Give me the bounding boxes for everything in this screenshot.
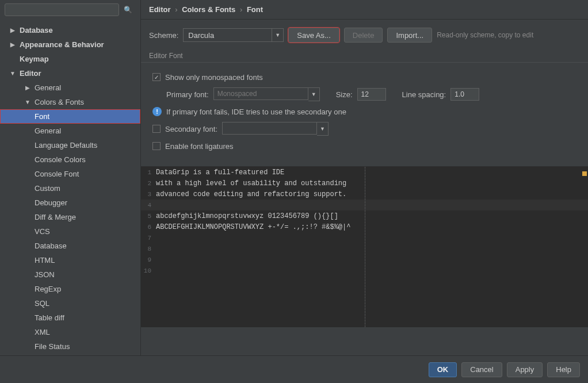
code-line: advanced code editing and refactoring su… [156, 190, 346, 198]
primary-font-value: Monospaced [217, 90, 257, 98]
delete-button[interactable]: Delete [344, 28, 383, 43]
gutter-line: 8 [141, 246, 156, 252]
cancel-button[interactable]: Cancel [461, 362, 502, 377]
nav-label: SQL [35, 299, 49, 308]
apply-button[interactable]: Apply [507, 362, 543, 377]
info-icon: ! [152, 107, 162, 116]
editor-preview-right [365, 167, 588, 327]
settings-sidebar: 🔍 ▶Database ▶Appearance & Behavior Keyma… [0, 0, 141, 355]
secondary-font-label: Secondary font: [165, 125, 217, 133]
nav-html[interactable]: HTML [0, 253, 140, 267]
nav-label: XML [35, 328, 50, 336]
nav-sql[interactable]: SQL [0, 296, 140, 311]
nav-label: Appearance & Behavior [20, 40, 104, 49]
nav-custom[interactable]: Custom [0, 181, 140, 196]
size-input[interactable] [357, 88, 386, 101]
nav-label: JSON [35, 270, 55, 279]
chevron-down-icon: ▼ [8, 70, 17, 76]
nav-colors-fonts[interactable]: ▼Colors & Fonts [0, 95, 140, 109]
line-spacing-input[interactable] [450, 88, 479, 101]
nav-diff-merge[interactable]: Diff & Merge [0, 210, 140, 224]
dialog-footer: OK Cancel Apply Help [0, 355, 588, 383]
scheme-hint: Read-only scheme, copy to edit [437, 31, 533, 39]
chevron-right-icon: ▶ [8, 41, 17, 48]
save-as-button[interactable]: Save As... [288, 28, 339, 43]
ok-button[interactable]: OK [429, 362, 457, 377]
chevron-down-icon[interactable]: ▼ [308, 87, 320, 101]
secondary-font-select[interactable] [222, 122, 317, 135]
nav-label: General [35, 127, 61, 135]
help-button[interactable]: Help [547, 362, 580, 377]
scheme-select[interactable]: Darcula [183, 28, 272, 42]
nav-label: Editor [20, 69, 41, 78]
nav-keymap[interactable]: Keymap [0, 52, 140, 66]
nav-regexp[interactable]: RegExp [0, 282, 140, 296]
info-text: If primary font fails, IDE tries to use … [166, 108, 346, 116]
nav-label: Debugger [35, 198, 67, 207]
nav-console-colors[interactable]: Console Colors [0, 152, 140, 167]
chevron-down-icon: ▼ [23, 99, 32, 105]
gutter-line: 4 [141, 202, 156, 209]
nav-table-diff[interactable]: Table diff [0, 311, 140, 325]
gutter-line: 10 [141, 267, 156, 274]
nav-label: General [35, 83, 61, 92]
nav-label: Database [20, 26, 53, 35]
nav-file-status[interactable]: File Status [0, 339, 140, 354]
line-spacing-label: Line spacing: [402, 90, 446, 99]
nav-label: Table diff [35, 313, 64, 322]
scheme-value: Darcula [188, 31, 214, 40]
font-preview: 1DataGrip is a full-featured IDE 2with a… [141, 166, 588, 327]
nav-language-defaults[interactable]: Language Defaults [0, 138, 140, 152]
nav-label: Diff & Merge [35, 213, 76, 221]
nav-label: File Status [35, 342, 70, 351]
nav-general2[interactable]: General [0, 124, 140, 138]
nav-database2[interactable]: Database [0, 239, 140, 253]
nav-appearance[interactable]: ▶Appearance & Behavior [0, 37, 140, 52]
chevron-right-icon: ▶ [8, 27, 17, 33]
nav-label: Console Font [35, 170, 79, 178]
nav-label: Custom [35, 184, 60, 193]
size-label: Size: [336, 90, 353, 99]
show-monospaced-checkbox[interactable] [152, 73, 161, 81]
nav-label: HTML [35, 256, 55, 265]
editor-preview-left: 1DataGrip is a full-featured IDE 2with a… [141, 167, 365, 327]
nav-xml[interactable]: XML [0, 325, 140, 339]
code-line: ABCDEFGHIJKLMNOPQRSTUVWXYZ +-*/= .,;:!? … [156, 223, 350, 231]
chevron-down-icon[interactable]: ▼ [272, 28, 284, 42]
chevron-right-icon: ▶ [23, 85, 32, 91]
gutter-line: 9 [141, 256, 156, 263]
chevron-down-icon[interactable]: ▼ [317, 122, 329, 136]
breadcrumb: Editor › Colors & Fonts › Font [141, 0, 588, 20]
nav-label: RegExp [35, 285, 61, 293]
secondary-font-checkbox[interactable] [152, 125, 161, 133]
marker-icon [582, 171, 587, 176]
gutter-line: 3 [141, 191, 156, 198]
gutter-line: 7 [141, 235, 156, 242]
nav-label: Language Defaults [35, 141, 97, 150]
breadcrumb-part: Editor [149, 5, 171, 14]
nav-general[interactable]: ▶General [0, 81, 140, 95]
show-monospaced-label: Show only monospaced fonts [165, 73, 263, 82]
gutter-line: 1 [141, 169, 156, 176]
code-line: DataGrip is a full-featured IDE [156, 168, 284, 177]
nav-json[interactable]: JSON [0, 267, 140, 282]
ligatures-checkbox[interactable] [152, 142, 161, 150]
search-input[interactable] [5, 3, 119, 16]
code-line: with a high level of usability and outst… [156, 179, 346, 187]
gutter-line: 2 [141, 180, 156, 187]
gutter-line: 5 [141, 213, 156, 220]
editor-font-section: Editor Font [141, 52, 588, 63]
search-icon: 🔍 [124, 6, 132, 14]
ligatures-label: Enable font ligatures [165, 142, 234, 151]
nav-vcs[interactable]: VCS [0, 224, 140, 239]
nav-debugger[interactable]: Debugger [0, 196, 140, 210]
nav-label: Colors & Fonts [35, 98, 84, 106]
nav-font[interactable]: Font [0, 109, 140, 124]
nav-editor[interactable]: ▼Editor [0, 66, 140, 81]
import-button[interactable]: Import... [387, 28, 432, 43]
nav-console-font[interactable]: Console Font [0, 167, 140, 181]
primary-font-select[interactable]: Monospaced [213, 87, 308, 100]
chevron-right-icon: › [175, 5, 177, 14]
nav-label: Console Colors [35, 155, 86, 164]
nav-database[interactable]: ▶Database [0, 23, 140, 37]
